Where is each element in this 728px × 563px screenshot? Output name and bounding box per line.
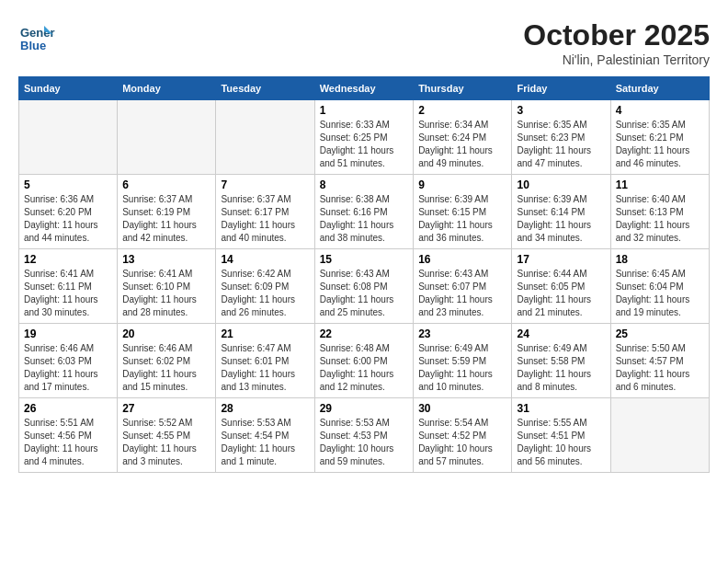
day-info: Sunrise: 5:54 AMSunset: 4:52 PMDaylight:… xyxy=(418,418,493,466)
day-number: 6 xyxy=(122,178,210,191)
calendar-week-5: 26Sunrise: 5:51 AMSunset: 4:56 PMDayligh… xyxy=(19,398,710,473)
calendar-cell-w5-d2: 28Sunrise: 5:53 AMSunset: 4:54 PMDayligh… xyxy=(216,398,314,473)
title-block: October 2025 Ni'lin, Palestinian Territo… xyxy=(523,18,710,67)
day-info: Sunrise: 6:39 AMSunset: 6:15 PMDaylight:… xyxy=(418,194,493,243)
day-number: 2 xyxy=(418,104,506,117)
calendar-cell-w4-d1: 20Sunrise: 6:46 AMSunset: 6:02 PMDayligh… xyxy=(118,324,216,398)
header-wednesday: Wednesday xyxy=(314,77,413,100)
calendar-header-row: Sunday Monday Tuesday Wednesday Thursday… xyxy=(19,77,710,100)
day-info: Sunrise: 6:43 AMSunset: 6:08 PMDaylight:… xyxy=(320,269,394,317)
calendar-cell-w1-d0 xyxy=(19,100,118,175)
page-header: General Blue October 2025 Ni'lin, Palest… xyxy=(18,18,710,67)
header-thursday: Thursday xyxy=(414,77,512,100)
day-info: Sunrise: 6:43 AMSunset: 6:07 PMDaylight:… xyxy=(418,269,493,317)
header-tuesday: Tuesday xyxy=(216,77,314,100)
day-number: 21 xyxy=(221,327,309,340)
day-info: Sunrise: 6:34 AMSunset: 6:24 PMDaylight:… xyxy=(418,120,493,168)
day-number: 22 xyxy=(320,327,408,340)
calendar-cell-w1-d5: 3Sunrise: 6:35 AMSunset: 6:23 PMDaylight… xyxy=(512,100,610,175)
calendar-cell-w1-d4: 2Sunrise: 6:34 AMSunset: 6:24 PMDaylight… xyxy=(414,100,512,175)
calendar-cell-w5-d4: 30Sunrise: 5:54 AMSunset: 4:52 PMDayligh… xyxy=(414,398,512,473)
calendar-cell-w4-d4: 23Sunrise: 6:49 AMSunset: 5:59 PMDayligh… xyxy=(414,324,512,398)
day-info: Sunrise: 6:37 AMSunset: 6:17 PMDaylight:… xyxy=(221,194,295,243)
day-number: 12 xyxy=(24,253,112,266)
day-number: 9 xyxy=(418,178,506,191)
day-number: 17 xyxy=(517,253,605,266)
day-info: Sunrise: 6:46 AMSunset: 6:02 PMDaylight:… xyxy=(122,343,197,392)
location: Ni'lin, Palestinian Territory xyxy=(523,52,710,67)
day-number: 31 xyxy=(517,402,605,415)
day-info: Sunrise: 5:51 AMSunset: 4:56 PMDaylight:… xyxy=(24,418,98,466)
day-number: 14 xyxy=(221,253,309,266)
day-number: 7 xyxy=(221,178,309,191)
calendar-cell-w1-d6: 4Sunrise: 6:35 AMSunset: 6:21 PMDaylight… xyxy=(610,100,709,175)
day-info: Sunrise: 6:35 AMSunset: 6:21 PMDaylight:… xyxy=(616,120,690,168)
day-number: 8 xyxy=(320,178,408,191)
day-info: Sunrise: 6:49 AMSunset: 5:59 PMDaylight:… xyxy=(418,343,493,392)
calendar-cell-w5-d5: 31Sunrise: 5:55 AMSunset: 4:51 PMDayligh… xyxy=(512,398,610,473)
day-info: Sunrise: 6:40 AMSunset: 6:13 PMDaylight:… xyxy=(616,194,690,243)
day-number: 18 xyxy=(616,253,704,266)
day-number: 13 xyxy=(122,253,210,266)
calendar-cell-w3-d1: 13Sunrise: 6:41 AMSunset: 6:10 PMDayligh… xyxy=(118,249,216,324)
day-info: Sunrise: 6:41 AMSunset: 6:10 PMDaylight:… xyxy=(122,269,197,317)
calendar-cell-w5-d6 xyxy=(610,398,709,473)
day-number: 28 xyxy=(221,402,309,415)
day-info: Sunrise: 6:36 AMSunset: 6:20 PMDaylight:… xyxy=(24,194,98,243)
calendar-cell-w2-d6: 11Sunrise: 6:40 AMSunset: 6:13 PMDayligh… xyxy=(610,175,709,249)
month-year: October 2025 xyxy=(523,18,710,52)
calendar-week-3: 12Sunrise: 6:41 AMSunset: 6:11 PMDayligh… xyxy=(19,249,710,324)
day-info: Sunrise: 6:41 AMSunset: 6:11 PMDaylight:… xyxy=(24,269,98,317)
svg-text:Blue: Blue xyxy=(20,39,46,52)
calendar-cell-w3-d4: 16Sunrise: 6:43 AMSunset: 6:07 PMDayligh… xyxy=(414,249,512,324)
header-friday: Friday xyxy=(512,77,610,100)
calendar-cell-w4-d2: 21Sunrise: 6:47 AMSunset: 6:01 PMDayligh… xyxy=(216,324,314,398)
calendar-cell-w2-d2: 7Sunrise: 6:37 AMSunset: 6:17 PMDaylight… xyxy=(216,175,314,249)
day-number: 29 xyxy=(320,402,408,415)
day-number: 19 xyxy=(24,327,112,340)
day-info: Sunrise: 6:38 AMSunset: 6:16 PMDaylight:… xyxy=(320,194,394,243)
day-number: 3 xyxy=(517,104,605,117)
day-info: Sunrise: 6:49 AMSunset: 5:58 PMDaylight:… xyxy=(517,343,591,392)
calendar-cell-w4-d5: 24Sunrise: 6:49 AMSunset: 5:58 PMDayligh… xyxy=(512,324,610,398)
calendar-cell-w4-d3: 22Sunrise: 6:48 AMSunset: 6:00 PMDayligh… xyxy=(314,324,413,398)
calendar-cell-w5-d1: 27Sunrise: 5:52 AMSunset: 4:55 PMDayligh… xyxy=(118,398,216,473)
day-info: Sunrise: 6:42 AMSunset: 6:09 PMDaylight:… xyxy=(221,269,295,317)
calendar-cell-w1-d1 xyxy=(118,100,216,175)
day-number: 11 xyxy=(616,178,704,191)
day-number: 5 xyxy=(24,178,112,191)
calendar-cell-w1-d3: 1Sunrise: 6:33 AMSunset: 6:25 PMDaylight… xyxy=(314,100,413,175)
day-info: Sunrise: 6:37 AMSunset: 6:19 PMDaylight:… xyxy=(122,194,197,243)
day-number: 25 xyxy=(616,327,704,340)
day-number: 10 xyxy=(517,178,605,191)
day-number: 4 xyxy=(616,104,704,117)
day-number: 26 xyxy=(24,402,112,415)
calendar-cell-w3-d3: 15Sunrise: 6:43 AMSunset: 6:08 PMDayligh… xyxy=(314,249,413,324)
day-info: Sunrise: 6:33 AMSunset: 6:25 PMDaylight:… xyxy=(320,120,394,168)
calendar-cell-w1-d2 xyxy=(216,100,314,175)
day-info: Sunrise: 5:53 AMSunset: 4:54 PMDaylight:… xyxy=(221,418,295,466)
day-info: Sunrise: 5:52 AMSunset: 4:55 PMDaylight:… xyxy=(122,418,197,466)
day-info: Sunrise: 5:50 AMSunset: 4:57 PMDaylight:… xyxy=(616,343,690,392)
calendar-cell-w4-d0: 19Sunrise: 6:46 AMSunset: 6:03 PMDayligh… xyxy=(19,324,118,398)
header-sunday: Sunday xyxy=(19,77,118,100)
calendar-week-2: 5Sunrise: 6:36 AMSunset: 6:20 PMDaylight… xyxy=(19,175,710,249)
day-number: 20 xyxy=(122,327,210,340)
day-number: 24 xyxy=(517,327,605,340)
calendar-cell-w4-d6: 25Sunrise: 5:50 AMSunset: 4:57 PMDayligh… xyxy=(610,324,709,398)
calendar-week-4: 19Sunrise: 6:46 AMSunset: 6:03 PMDayligh… xyxy=(19,324,710,398)
day-number: 1 xyxy=(320,104,408,117)
day-info: Sunrise: 6:47 AMSunset: 6:01 PMDaylight:… xyxy=(221,343,295,392)
calendar-cell-w3-d2: 14Sunrise: 6:42 AMSunset: 6:09 PMDayligh… xyxy=(216,249,314,324)
calendar-cell-w3-d0: 12Sunrise: 6:41 AMSunset: 6:11 PMDayligh… xyxy=(19,249,118,324)
day-number: 16 xyxy=(418,253,506,266)
header-monday: Monday xyxy=(118,77,216,100)
calendar-cell-w5-d3: 29Sunrise: 5:53 AMSunset: 4:53 PMDayligh… xyxy=(314,398,413,473)
day-number: 30 xyxy=(418,402,506,415)
logo: General Blue xyxy=(18,18,59,55)
calendar-cell-w2-d5: 10Sunrise: 6:39 AMSunset: 6:14 PMDayligh… xyxy=(512,175,610,249)
calendar-table: Sunday Monday Tuesday Wednesday Thursday… xyxy=(18,76,710,473)
calendar-cell-w2-d4: 9Sunrise: 6:39 AMSunset: 6:15 PMDaylight… xyxy=(414,175,512,249)
day-info: Sunrise: 6:46 AMSunset: 6:03 PMDaylight:… xyxy=(24,343,98,392)
calendar-week-1: 1Sunrise: 6:33 AMSunset: 6:25 PMDaylight… xyxy=(19,100,710,175)
